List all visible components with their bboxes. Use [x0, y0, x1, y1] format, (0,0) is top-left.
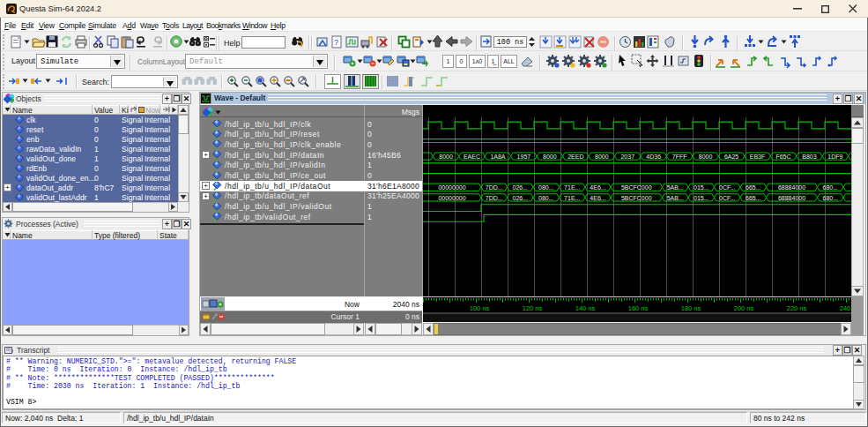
svg-text:00000000: 00000000	[438, 184, 465, 191]
svg-text:140 ns: 140 ns	[575, 304, 596, 312]
svg-text:120 ns: 120 ns	[523, 304, 543, 312]
svg-text:680...: 680...	[822, 184, 838, 191]
svg-text:1DF9: 1DF9	[827, 154, 842, 160]
svg-text:026...: 026...	[512, 184, 528, 191]
svg-text:080...: 080...	[538, 184, 554, 191]
svg-text:4D36: 4D36	[646, 154, 661, 160]
svg-text:?: ?	[334, 38, 338, 47]
svg-text:8000: 8000	[439, 154, 453, 160]
svg-text:EAEC: EAEC	[464, 154, 480, 160]
svg-text:160 ns: 160 ns	[628, 304, 649, 312]
svg-text:0CF...: 0CF...	[719, 184, 735, 191]
svg-text:EB3F: EB3F	[750, 154, 766, 160]
svg-text:0CF...: 0CF...	[719, 195, 735, 201]
svg-text:F65C: F65C	[775, 154, 790, 160]
svg-text:026...: 026...	[512, 195, 528, 201]
svg-text:7DD...: 7DD...	[486, 195, 503, 201]
svg-text:1957: 1957	[517, 154, 531, 160]
svg-text:7FFF: 7FFF	[672, 154, 687, 160]
svg-text:8000: 8000	[699, 154, 713, 160]
svg-text:5AB...: 5AB...	[667, 195, 684, 201]
svg-text:4E6...: 4E6...	[590, 184, 605, 191]
svg-text:B803: B803	[802, 154, 816, 160]
svg-text:100 ns: 100 ns	[470, 304, 490, 312]
svg-text:00000000: 00000000	[438, 195, 465, 201]
svg-text:665...: 665...	[746, 184, 761, 191]
svg-text:220 ns: 220 ns	[787, 304, 807, 312]
svg-text:68884000: 68884000	[778, 195, 805, 201]
svg-text:240 ns: 240 ns	[840, 304, 851, 312]
svg-text:015...: 015...	[694, 195, 709, 201]
svg-text:5BCFC000: 5BCFC000	[621, 195, 652, 201]
svg-text:5AB...: 5AB...	[667, 184, 684, 191]
svg-text:665...: 665...	[746, 195, 761, 201]
svg-text:8000: 8000	[543, 154, 557, 160]
svg-text:2EED: 2EED	[568, 154, 583, 160]
svg-text:180 ns: 180 ns	[681, 304, 701, 312]
svg-text:71E...: 71E...	[564, 195, 580, 201]
svg-text:6A25: 6A25	[724, 154, 738, 160]
svg-text:4E6...: 4E6...	[590, 195, 605, 201]
svg-text:2037: 2037	[620, 154, 634, 160]
svg-text:68884000: 68884000	[778, 184, 805, 191]
svg-text:7DD...: 7DD...	[486, 184, 503, 191]
svg-text:015...: 015...	[694, 184, 709, 191]
svg-text:680...: 680...	[822, 195, 838, 201]
svg-text:5BCFC000: 5BCFC000	[621, 184, 652, 191]
svg-text:080...: 080...	[538, 195, 554, 201]
svg-text:1A8A: 1A8A	[490, 154, 505, 160]
svg-text:71E...: 71E...	[564, 184, 580, 191]
svg-text:200 ns: 200 ns	[734, 304, 754, 312]
svg-text:8000: 8000	[595, 154, 609, 160]
